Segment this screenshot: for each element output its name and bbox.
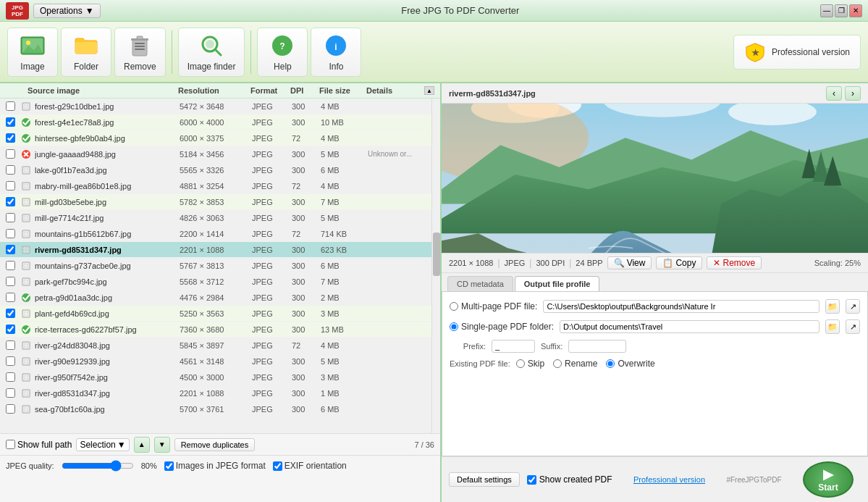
nav-next-btn[interactable]: › xyxy=(845,86,861,101)
row-checkbox[interactable] xyxy=(6,213,15,222)
row-checkbox[interactable] xyxy=(6,309,15,318)
skip-radio[interactable] xyxy=(516,359,525,368)
overwrite-radio[interactable] xyxy=(606,359,615,368)
row-checkbox[interactable] xyxy=(6,181,15,191)
pro-version-button[interactable]: ★ Professional version xyxy=(733,35,861,70)
table-row[interactable]: sea-g70bf1c60a.jpg 5700 × 3761 JPEG 300 … xyxy=(0,401,431,417)
table-row[interactable]: riverm-gd8531d347.jpg 2201 × 1088 JPEG 3… xyxy=(0,242,431,258)
table-row[interactable]: river-g90e912939.jpg 4561 × 3148 JPEG 30… xyxy=(0,354,431,369)
row-checkbox-cell xyxy=(6,356,20,366)
row-checkbox[interactable] xyxy=(6,149,15,159)
selection-dropdown[interactable]: Selection ▼ xyxy=(76,438,129,451)
file-resolution: 4826 × 3063 xyxy=(180,214,252,222)
table-row[interactable]: petra-g9d01aa3dc.jpg 4476 × 2984 JPEG 30… xyxy=(0,290,431,306)
row-checkbox[interactable] xyxy=(6,340,15,350)
row-checkbox[interactable] xyxy=(6,388,15,398)
prefix-input[interactable] xyxy=(492,340,535,353)
row-checkbox[interactable] xyxy=(6,165,15,175)
single-page-input[interactable] xyxy=(560,320,819,333)
file-name: petra-g9d01aa3dc.jpg xyxy=(35,293,180,302)
show-pdf-checkbox[interactable] xyxy=(527,475,536,485)
col-dpi-header: DPI xyxy=(290,86,319,95)
table-row[interactable]: river-gd8531d347.jpg 2201 × 1088 JPEG 30… xyxy=(0,385,431,401)
file-resolution: 5568 × 3712 xyxy=(180,277,252,286)
scroll-thumb[interactable] xyxy=(433,233,440,276)
help-button[interactable]: ? Help xyxy=(257,28,308,77)
single-page-open-btn[interactable]: ↗ xyxy=(846,319,860,334)
remove-button[interactable]: Remove xyxy=(114,28,166,77)
start-button[interactable]: ▶ Start xyxy=(803,461,854,498)
operations-button[interactable]: Operations ▼ xyxy=(33,4,101,18)
info-button[interactable]: i Info xyxy=(311,28,361,77)
exif-checkbox[interactable] xyxy=(273,461,282,471)
show-path-checkbox[interactable] xyxy=(6,440,15,449)
row-checkbox-cell xyxy=(6,277,20,286)
multi-page-open-btn[interactable]: ↗ xyxy=(846,299,860,314)
row-checkbox[interactable] xyxy=(6,101,15,111)
file-size: 6 MB xyxy=(321,262,368,270)
table-row[interactable]: river-g950f7542e.jpg 4500 × 3000 JPEG 30… xyxy=(0,369,431,385)
tab-output-profile[interactable]: Output file profile xyxy=(515,276,600,291)
single-page-radio[interactable] xyxy=(450,322,458,331)
file-format: JPEG xyxy=(252,341,292,350)
images-jpeg-checkbox[interactable] xyxy=(164,461,174,471)
table-row[interactable]: plant-gefd4b69cd.jpg 5250 × 3563 JPEG 30… xyxy=(0,306,431,322)
image-button[interactable]: Image xyxy=(7,28,58,77)
table-row[interactable]: mountains-g737acbe0e.jpg 5767 × 3813 JPE… xyxy=(0,258,431,274)
preview-remove-button[interactable]: ✕ Remove xyxy=(707,256,762,269)
table-row[interactable]: mountains-g1b5612b67.jpg 2200 × 1414 JPE… xyxy=(0,226,431,242)
row-checkbox[interactable] xyxy=(6,277,15,286)
scroll-up-btn[interactable]: ▲ xyxy=(424,86,434,95)
row-checkbox[interactable] xyxy=(6,245,15,254)
folder-button[interactable]: Folder xyxy=(61,28,111,77)
row-checkbox[interactable] xyxy=(6,117,15,127)
arrow-up-btn[interactable]: ▲ xyxy=(134,437,150,453)
table-row[interactable]: river-g24dd83048.jpg 5845 × 3897 JPEG 72… xyxy=(0,338,431,354)
rename-radio[interactable] xyxy=(553,359,562,368)
row-checkbox[interactable] xyxy=(6,325,15,334)
close-button[interactable]: ✕ xyxy=(849,4,862,17)
row-checkbox[interactable] xyxy=(6,293,15,302)
row-checkbox[interactable] xyxy=(6,261,15,270)
restore-button[interactable]: ❐ xyxy=(835,4,848,17)
row-checkbox[interactable] xyxy=(6,372,15,382)
table-row[interactable]: mabry-mill-gea86b01e8.jpg 4881 × 3254 JP… xyxy=(0,178,431,194)
app-title: Free JPG To PDF Converter xyxy=(101,5,820,16)
table-row[interactable]: hintersee-gbfe9b0ab4.jpg 6000 × 3375 JPE… xyxy=(0,130,431,146)
default-settings-button[interactable]: Default settings xyxy=(449,472,520,487)
multi-page-radio[interactable] xyxy=(450,302,458,311)
scrollbar[interactable] xyxy=(431,99,440,433)
file-format: JPEG xyxy=(252,309,292,318)
row-checkbox[interactable] xyxy=(6,197,15,206)
skip-radio-label: Skip xyxy=(516,359,544,369)
row-checkbox[interactable] xyxy=(6,356,15,366)
single-page-browse-btn[interactable]: 📁 xyxy=(825,319,840,334)
table-row[interactable]: mill-gd03be5ebe.jpg 5782 × 3853 JPEG 300… xyxy=(0,194,431,210)
table-row[interactable]: forest-g4e1ec78a8.jpg 6000 × 4000 JPEG 3… xyxy=(0,114,431,130)
view-button[interactable]: 🔍 View xyxy=(607,256,652,269)
multi-page-browse-btn[interactable]: 📁 xyxy=(825,299,840,314)
pro-version-link[interactable]: Professional version xyxy=(633,475,705,484)
table-row[interactable]: lake-g0f1b7ea3d.jpg 5565 × 3326 JPEG 300… xyxy=(0,162,431,178)
row-checkbox[interactable] xyxy=(6,229,15,238)
table-row[interactable]: rice-terraces-gd6227bf57.jpg 7360 × 3680… xyxy=(0,322,431,338)
suffix-input[interactable] xyxy=(568,340,626,353)
minimize-button[interactable]: — xyxy=(820,4,833,17)
table-row[interactable]: forest-g29c10dbe1.jpg 5472 × 3648 JPEG 3… xyxy=(0,99,431,114)
table-row[interactable]: park-gef7bc994c.jpg 5568 × 3712 JPEG 300… xyxy=(0,274,431,290)
copy-label: Copy xyxy=(675,258,696,268)
tab-cd-metadata[interactable]: CD metadata xyxy=(447,276,513,291)
row-checkbox[interactable] xyxy=(6,133,15,143)
file-name: jungle-gaaaad9488.jpg xyxy=(35,150,180,159)
multi-page-input[interactable] xyxy=(543,300,819,313)
image-finder-button[interactable]: Image finder xyxy=(178,28,245,77)
table-row[interactable]: jungle-gaaaad9488.jpg 5184 × 3456 JPEG 3… xyxy=(0,146,431,162)
arrow-down-btn[interactable]: ▼ xyxy=(154,437,170,453)
copy-button[interactable]: 📋 Copy xyxy=(656,256,702,269)
quality-slider[interactable] xyxy=(62,460,134,472)
table-row[interactable]: mill-ge7714c21f.jpg 4826 × 3063 JPEG 300… xyxy=(0,210,431,226)
remove-duplicates-button[interactable]: Remove duplicates xyxy=(174,438,256,451)
nav-prev-btn[interactable]: ‹ xyxy=(826,86,842,101)
file-size: 6 MB xyxy=(321,405,368,414)
row-checkbox[interactable] xyxy=(6,404,15,414)
